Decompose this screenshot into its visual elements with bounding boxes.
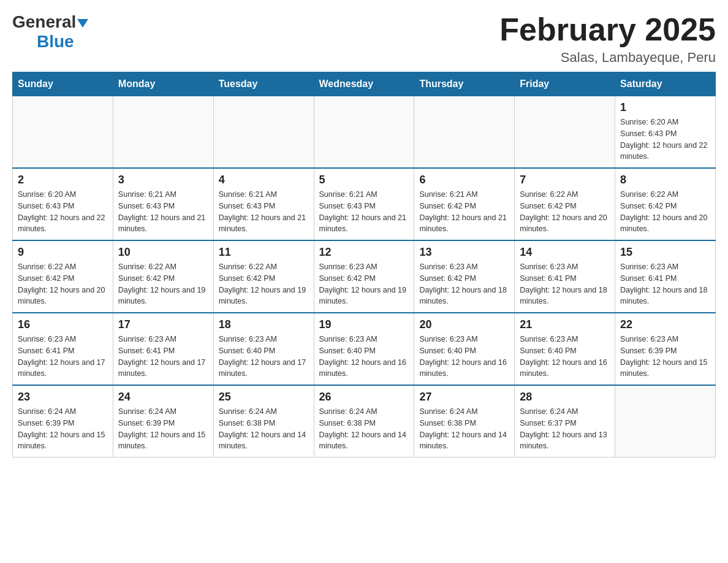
week-row-2: 2Sunrise: 6:20 AMSunset: 6:43 PMDaylight…	[13, 168, 716, 240]
day-info: Sunrise: 6:23 AMSunset: 6:40 PMDaylight:…	[319, 334, 409, 380]
calendar-cell: 4Sunrise: 6:21 AMSunset: 6:43 PMDaylight…	[213, 168, 314, 240]
day-number: 16	[18, 318, 108, 331]
calendar-cell	[615, 385, 716, 458]
day-number: 21	[520, 318, 610, 331]
day-number: 22	[620, 318, 710, 331]
day-info: Sunrise: 6:21 AMSunset: 6:43 PMDaylight:…	[219, 189, 309, 235]
weekday-header-saturday: Saturday	[615, 72, 716, 96]
svg-marker-0	[77, 19, 88, 28]
calendar-cell: 3Sunrise: 6:21 AMSunset: 6:43 PMDaylight…	[113, 168, 213, 240]
day-number: 27	[419, 391, 509, 404]
calendar-cell: 6Sunrise: 6:21 AMSunset: 6:42 PMDaylight…	[414, 168, 515, 240]
day-number: 25	[219, 391, 309, 404]
day-info: Sunrise: 6:22 AMSunset: 6:42 PMDaylight:…	[520, 189, 610, 235]
day-number: 3	[118, 174, 208, 186]
calendar-cell: 2Sunrise: 6:20 AMSunset: 6:43 PMDaylight…	[13, 168, 113, 240]
day-info: Sunrise: 6:24 AMSunset: 6:38 PMDaylight:…	[419, 406, 509, 452]
day-info: Sunrise: 6:23 AMSunset: 6:42 PMDaylight:…	[419, 261, 509, 307]
day-number: 28	[520, 391, 610, 404]
logo-general-text: General	[12, 12, 76, 32]
day-number: 23	[18, 391, 108, 404]
calendar-cell: 24Sunrise: 6:24 AMSunset: 6:39 PMDayligh…	[113, 385, 213, 458]
calendar-cell	[515, 96, 615, 169]
day-info: Sunrise: 6:21 AMSunset: 6:42 PMDaylight:…	[419, 189, 509, 235]
day-number: 14	[520, 246, 610, 259]
day-number: 18	[219, 318, 309, 331]
calendar-cell: 28Sunrise: 6:24 AMSunset: 6:37 PMDayligh…	[515, 385, 615, 458]
page-header: General Blue February 2025 Salas, Lambay…	[12, 12, 716, 66]
calendar-cell: 19Sunrise: 6:23 AMSunset: 6:40 PMDayligh…	[314, 313, 414, 385]
calendar-cell: 27Sunrise: 6:24 AMSunset: 6:38 PMDayligh…	[414, 385, 515, 458]
weekday-header-thursday: Thursday	[414, 72, 515, 96]
day-info: Sunrise: 6:24 AMSunset: 6:37 PMDaylight:…	[520, 406, 610, 452]
calendar-cell: 22Sunrise: 6:23 AMSunset: 6:39 PMDayligh…	[615, 313, 716, 385]
calendar-cell: 1Sunrise: 6:20 AMSunset: 6:43 PMDaylight…	[615, 96, 716, 169]
calendar-cell: 13Sunrise: 6:23 AMSunset: 6:42 PMDayligh…	[414, 240, 515, 313]
weekday-header-monday: Monday	[113, 72, 213, 96]
day-info: Sunrise: 6:24 AMSunset: 6:38 PMDaylight:…	[219, 406, 309, 452]
day-number: 24	[118, 391, 208, 404]
day-number: 13	[419, 246, 509, 259]
day-info: Sunrise: 6:23 AMSunset: 6:40 PMDaylight:…	[419, 334, 509, 380]
calendar-cell: 18Sunrise: 6:23 AMSunset: 6:40 PMDayligh…	[213, 313, 314, 385]
day-number: 5	[319, 174, 409, 186]
month-year-title: February 2025	[499, 12, 716, 47]
calendar-cell: 10Sunrise: 6:22 AMSunset: 6:42 PMDayligh…	[113, 240, 213, 313]
day-number: 19	[319, 318, 409, 331]
day-number: 15	[620, 246, 710, 259]
day-number: 9	[18, 246, 108, 259]
logo-blue: Blue	[37, 32, 74, 52]
day-number: 6	[419, 174, 509, 186]
day-info: Sunrise: 6:24 AMSunset: 6:39 PMDaylight:…	[118, 406, 208, 452]
calendar-cell: 8Sunrise: 6:22 AMSunset: 6:42 PMDaylight…	[615, 168, 716, 240]
week-row-4: 16Sunrise: 6:23 AMSunset: 6:41 PMDayligh…	[13, 313, 716, 385]
calendar-cell	[13, 96, 113, 169]
logo-text: General	[12, 12, 88, 32]
calendar-cell: 12Sunrise: 6:23 AMSunset: 6:42 PMDayligh…	[314, 240, 414, 313]
day-info: Sunrise: 6:23 AMSunset: 6:41 PMDaylight:…	[18, 334, 108, 380]
day-info: Sunrise: 6:21 AMSunset: 6:43 PMDaylight:…	[319, 189, 409, 235]
week-row-5: 23Sunrise: 6:24 AMSunset: 6:39 PMDayligh…	[13, 385, 716, 458]
title-section: February 2025 Salas, Lambayeque, Peru	[499, 12, 716, 66]
calendar-cell: 5Sunrise: 6:21 AMSunset: 6:43 PMDaylight…	[314, 168, 414, 240]
day-info: Sunrise: 6:23 AMSunset: 6:41 PMDaylight:…	[520, 261, 610, 307]
day-number: 10	[118, 246, 208, 259]
calendar-cell: 26Sunrise: 6:24 AMSunset: 6:38 PMDayligh…	[314, 385, 414, 458]
day-info: Sunrise: 6:22 AMSunset: 6:42 PMDaylight:…	[620, 189, 710, 235]
weekday-header-wednesday: Wednesday	[314, 72, 414, 96]
calendar-cell: 14Sunrise: 6:23 AMSunset: 6:41 PMDayligh…	[515, 240, 615, 313]
calendar-table: SundayMondayTuesdayWednesdayThursdayFrid…	[12, 72, 716, 458]
day-number: 4	[219, 174, 309, 186]
calendar-cell: 7Sunrise: 6:22 AMSunset: 6:42 PMDaylight…	[515, 168, 615, 240]
calendar-cell: 11Sunrise: 6:22 AMSunset: 6:42 PMDayligh…	[213, 240, 314, 313]
calendar-cell	[213, 96, 314, 169]
calendar-cell	[113, 96, 213, 169]
day-number: 17	[118, 318, 208, 331]
weekday-header-row: SundayMondayTuesdayWednesdayThursdayFrid…	[13, 72, 716, 96]
day-number: 11	[219, 246, 309, 259]
weekday-header-friday: Friday	[515, 72, 615, 96]
day-info: Sunrise: 6:21 AMSunset: 6:43 PMDaylight:…	[118, 189, 208, 235]
day-info: Sunrise: 6:23 AMSunset: 6:42 PMDaylight:…	[319, 261, 409, 307]
day-info: Sunrise: 6:22 AMSunset: 6:42 PMDaylight:…	[18, 261, 108, 307]
day-info: Sunrise: 6:20 AMSunset: 6:43 PMDaylight:…	[620, 117, 710, 163]
calendar-cell: 9Sunrise: 6:22 AMSunset: 6:42 PMDaylight…	[13, 240, 113, 313]
day-number: 7	[520, 174, 610, 186]
day-number: 20	[419, 318, 509, 331]
calendar-cell: 17Sunrise: 6:23 AMSunset: 6:41 PMDayligh…	[113, 313, 213, 385]
day-info: Sunrise: 6:23 AMSunset: 6:40 PMDaylight:…	[520, 334, 610, 380]
calendar-cell: 16Sunrise: 6:23 AMSunset: 6:41 PMDayligh…	[13, 313, 113, 385]
calendar-cell: 25Sunrise: 6:24 AMSunset: 6:38 PMDayligh…	[213, 385, 314, 458]
calendar-cell: 23Sunrise: 6:24 AMSunset: 6:39 PMDayligh…	[13, 385, 113, 458]
day-info: Sunrise: 6:23 AMSunset: 6:40 PMDaylight:…	[219, 334, 309, 380]
week-row-3: 9Sunrise: 6:22 AMSunset: 6:42 PMDaylight…	[13, 240, 716, 313]
weekday-header-sunday: Sunday	[13, 72, 113, 96]
day-info: Sunrise: 6:22 AMSunset: 6:42 PMDaylight:…	[219, 261, 309, 307]
weekday-header-tuesday: Tuesday	[213, 72, 314, 96]
day-info: Sunrise: 6:23 AMSunset: 6:39 PMDaylight:…	[620, 334, 710, 380]
calendar-cell: 20Sunrise: 6:23 AMSunset: 6:40 PMDayligh…	[414, 313, 515, 385]
day-number: 12	[319, 246, 409, 259]
calendar-cell: 21Sunrise: 6:23 AMSunset: 6:40 PMDayligh…	[515, 313, 615, 385]
calendar-cell	[414, 96, 515, 169]
day-info: Sunrise: 6:23 AMSunset: 6:41 PMDaylight:…	[118, 334, 208, 380]
